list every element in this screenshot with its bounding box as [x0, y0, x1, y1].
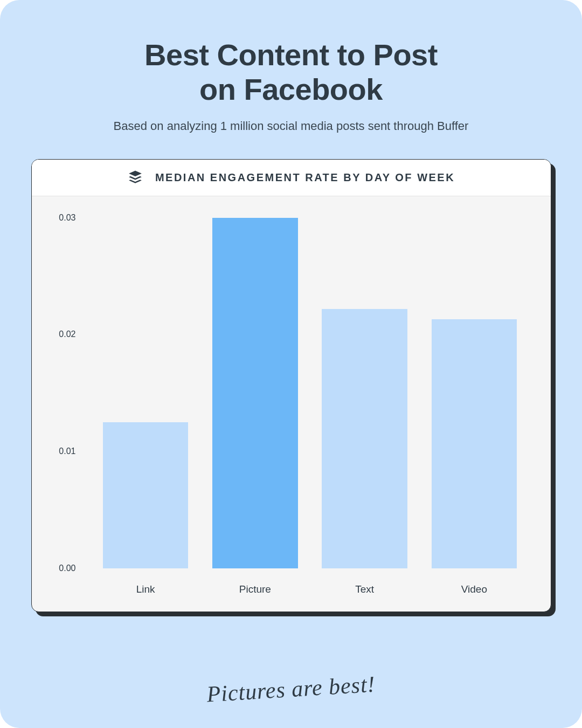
- bar-wrap: [419, 218, 529, 568]
- y-tick-label: 0.03: [59, 213, 75, 223]
- bar-wrap: [200, 218, 310, 568]
- buffer-logo-icon: [127, 169, 143, 186]
- page-title: Best Content to Post on Facebook: [30, 38, 552, 107]
- bars-container: [91, 218, 529, 568]
- bar-wrap: [91, 218, 200, 568]
- handwritten-caption: Pictures are best!: [0, 658, 582, 720]
- bar-wrap: [310, 218, 419, 568]
- y-tick-label: 0.00: [59, 564, 75, 573]
- title-line-1: Best Content to Post: [144, 38, 438, 72]
- x-label: Link: [91, 583, 200, 595]
- infographic-canvas: Best Content to Post on Facebook Based o…: [0, 0, 582, 728]
- title-line-2: on Facebook: [199, 72, 383, 106]
- bar-text: [322, 309, 407, 568]
- x-label: Text: [310, 583, 419, 595]
- chart-card: MEDIAN ENGAGEMENT RATE BY DAY OF WEEK 0.…: [31, 159, 551, 612]
- bar-video: [432, 319, 517, 568]
- chart-plot: 0.000.010.020.03 LinkPictureTextVideo: [32, 196, 551, 612]
- x-axis-labels: LinkPictureTextVideo: [91, 583, 529, 595]
- page-subtitle: Based on analyzing 1 million social medi…: [30, 119, 552, 133]
- chart-title: MEDIAN ENGAGEMENT RATE BY DAY OF WEEK: [155, 171, 455, 184]
- bar-picture: [212, 218, 298, 568]
- y-axis-ticks: 0.000.010.020.03: [32, 218, 86, 568]
- x-label: Picture: [200, 583, 310, 595]
- bar-link: [103, 422, 189, 568]
- y-tick-label: 0.02: [59, 329, 75, 339]
- plot-area: [91, 218, 529, 568]
- x-label: Video: [419, 583, 529, 595]
- chart-header: MEDIAN ENGAGEMENT RATE BY DAY OF WEEK: [32, 160, 551, 196]
- y-tick-label: 0.01: [59, 447, 75, 456]
